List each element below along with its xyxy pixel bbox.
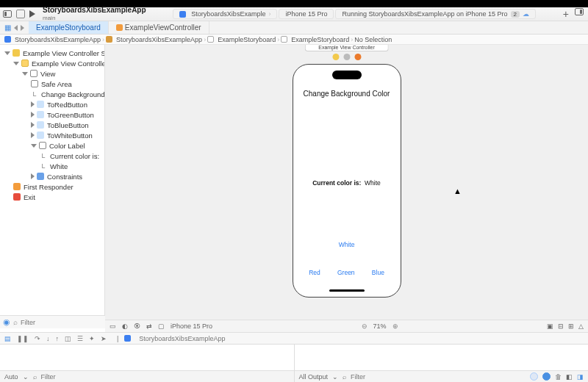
outline-btn-red[interactable]: ToRedButton <box>0 99 104 109</box>
pause-icon[interactable]: ❚❚ <box>17 335 29 342</box>
scene-dock[interactable] <box>332 54 361 60</box>
xcode-toolbar: StoryboardsXibsExampleApp main Storyboar… <box>0 7 588 21</box>
activity-status: Running StoryboardsXibsExampleApp on iPh… <box>335 9 536 19</box>
location-icon[interactable]: ➤ <box>101 335 107 342</box>
debug-area: Auto⌄ ⌕ All Output⌄ ⌕ 🗑 ◧ ◨ <box>0 344 588 382</box>
console-view[interactable]: All Output⌄ ⌕ 🗑 ◧ ◨ <box>295 345 589 382</box>
vc-pip-icon[interactable] <box>332 54 339 60</box>
debug-toggle-icon[interactable]: ▤ <box>4 335 11 342</box>
vars-filter-input[interactable] <box>41 373 290 381</box>
scene-title-label[interactable]: Example View Controller <box>304 45 389 51</box>
blue-button[interactable]: Blue <box>372 269 384 276</box>
zoom-in-icon[interactable]: ⊕ <box>392 322 398 330</box>
storyboard-icon <box>281 36 287 43</box>
outline-cl-white[interactable]: LWhite <box>0 161 104 171</box>
outline-label-title[interactable]: LChange Background Col... <box>0 89 104 99</box>
outline-view[interactable]: View <box>0 68 104 79</box>
outline-vc[interactable]: Example View Controller <box>0 58 104 68</box>
traits-icon[interactable]: ⦿ <box>134 322 140 330</box>
issue-badge[interactable]: 2 <box>511 11 520 18</box>
outline-btn-blue[interactable]: ToBlueButton <box>0 120 104 130</box>
exit-pip-icon[interactable] <box>354 54 361 60</box>
filter-menu-icon[interactable]: ◉ <box>3 317 10 327</box>
color-button-row: Red Green Blue <box>293 269 401 276</box>
metadata-toggle-icon[interactable] <box>530 372 538 381</box>
outline-btn-green[interactable]: ToGreenButton <box>0 109 104 120</box>
outline-scene[interactable]: Example View Controller Scene <box>0 48 104 58</box>
resolve-icon[interactable]: △ <box>578 322 584 330</box>
debug-target[interactable]: StoryboardsXibsExampleApp <box>139 335 225 342</box>
step-in-icon[interactable]: ↓ <box>46 335 50 342</box>
zoom-level[interactable]: 71% <box>373 322 387 330</box>
outline-btn-white[interactable]: ToWhiteButton <box>0 130 104 140</box>
back-arrow-icon[interactable] <box>14 25 18 31</box>
forward-arrow-icon[interactable] <box>21 25 24 31</box>
nav-toggle-group: ▦ <box>0 21 29 34</box>
ib-canvas[interactable]: Example View Controller Change Backgroun… <box>105 45 588 320</box>
align-icon[interactable]: ⊟ <box>558 322 564 330</box>
search-icon: ⌕ <box>13 318 18 326</box>
inspector-toggle-icon[interactable] <box>575 8 584 15</box>
outline-color-label[interactable]: Color Label <box>0 140 104 151</box>
split-left-icon[interactable]: ◧ <box>566 373 573 381</box>
stop-button[interactable] <box>16 10 25 18</box>
document-outline: Example View Controller Scene Example Vi… <box>0 45 105 320</box>
split-right-icon[interactable]: ◨ <box>577 373 584 381</box>
view-debug-icon[interactable]: ◫ <box>65 335 71 342</box>
adjust-icon[interactable]: ◐ <box>122 322 128 330</box>
target-icon <box>124 335 131 342</box>
step-over-icon[interactable]: ↷ <box>35 335 40 342</box>
project-icon <box>4 36 11 43</box>
debug-toolbar: ▤ ❚❚ ↷ ↓ ↑ ◫ ☰ ✦ ➤ | StoryboardsXibsExam… <box>0 332 588 344</box>
device-pill[interactable]: iPhone 15 Pro <box>279 9 334 19</box>
cloud-icon: ☁ <box>523 10 529 18</box>
step-out-icon[interactable]: ↑ <box>56 335 60 342</box>
dynamic-island <box>332 71 362 79</box>
memory-graph-icon[interactable]: ☰ <box>77 335 83 342</box>
storyboard-file-icon <box>207 36 214 43</box>
folder-icon <box>106 36 112 43</box>
tab-viewcontroller[interactable]: ExampleViewController <box>109 21 209 34</box>
white-button[interactable]: White <box>293 241 401 248</box>
red-button[interactable]: Red <box>309 269 320 276</box>
tab-storyboard[interactable]: ExampleStoryboard <box>29 21 109 34</box>
outline-exit[interactable]: Exit <box>0 192 104 202</box>
sidebar-toggle-icon[interactable] <box>3 10 12 18</box>
green-button[interactable]: Green <box>337 269 355 276</box>
project-name: StoryboardsXibsExampleApp <box>43 6 146 14</box>
outline-filter-input[interactable] <box>21 319 103 326</box>
variables-view[interactable]: Auto⌄ ⌕ <box>0 345 295 382</box>
embed-icon[interactable]: ▣ <box>547 322 553 330</box>
scheme-pill[interactable]: StoryboardsXibsExample› <box>173 9 277 19</box>
env-overrides-icon[interactable]: ✦ <box>89 335 95 342</box>
jump-bar[interactable]: StoryboardsXibsExampleApp› StoryboardsXi… <box>0 35 588 45</box>
output-scope[interactable]: All Output <box>299 373 329 381</box>
outline-safearea[interactable]: Safe Area <box>0 79 104 89</box>
editor-tabbar: ▦ ExampleStoryboard ExampleViewControlle… <box>0 21 588 35</box>
clear-console-icon[interactable] <box>542 372 551 381</box>
outline-cl-current[interactable]: LCurrent color is: <box>0 151 104 161</box>
outline-constraints[interactable]: Constraints <box>0 171 104 181</box>
device-name[interactable]: iPhone 15 Pro <box>171 322 212 330</box>
first-responder-pip-icon[interactable] <box>343 54 350 60</box>
zoom-out-icon[interactable]: ⊖ <box>362 322 368 330</box>
title-label[interactable]: Change Background Color <box>293 90 401 98</box>
device-icon[interactable]: ▢ <box>158 322 165 330</box>
pin-icon[interactable]: ⊞ <box>568 322 574 330</box>
device-frame-iphone[interactable]: Change Background Color Current color is… <box>293 64 401 298</box>
outline-first-responder[interactable]: First Responder <box>0 181 104 192</box>
orientation-icon[interactable]: ⇄ <box>146 322 152 330</box>
status-label[interactable]: Current color is: White <box>293 179 401 187</box>
outline-toggle-icon[interactable]: ▭ <box>110 322 116 330</box>
trash-icon[interactable]: 🗑 <box>555 373 562 381</box>
chevron-down-icon: ⌄ <box>23 373 29 381</box>
console-filter-input[interactable] <box>351 373 436 381</box>
scheme-selector[interactable]: StoryboardsXibsExampleApp main <box>43 6 146 22</box>
home-indicator <box>329 289 365 292</box>
library-add-icon[interactable]: + <box>563 8 569 20</box>
console-search-icon[interactable]: ⌕ <box>343 373 346 381</box>
run-button[interactable] <box>29 10 35 18</box>
vars-search-icon[interactable]: ⌕ <box>33 373 37 381</box>
auto-scope[interactable]: Auto <box>4 373 18 381</box>
navigator-icon[interactable]: ▦ <box>4 24 11 32</box>
